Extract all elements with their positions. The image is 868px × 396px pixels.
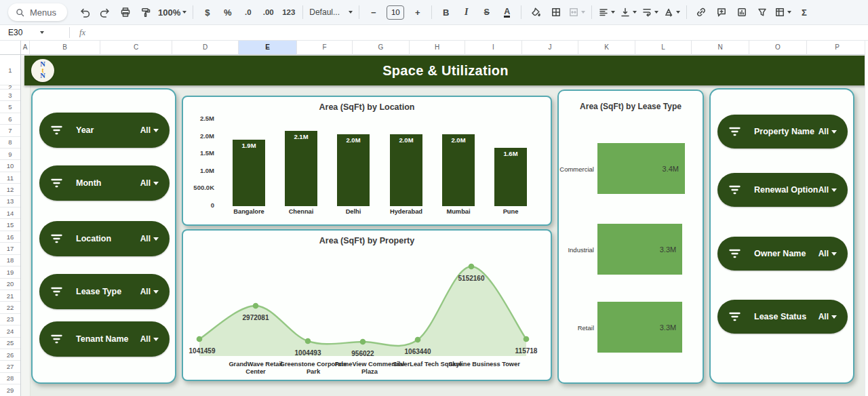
text-rotation-button[interactable] bbox=[661, 3, 682, 21]
vertical-align-button[interactable] bbox=[618, 3, 639, 21]
table-views-button[interactable] bbox=[772, 3, 793, 21]
row-header-8[interactable]: 8 bbox=[0, 137, 20, 148]
row-header-24[interactable]: 24 bbox=[0, 325, 20, 337]
filter-value-dropdown[interactable]: All bbox=[818, 127, 837, 136]
bold-button[interactable]: B bbox=[436, 3, 456, 21]
column-header-F[interactable]: F bbox=[297, 41, 353, 55]
currency-format-button[interactable]: $ bbox=[197, 3, 217, 21]
redo-button[interactable] bbox=[95, 3, 115, 21]
filter-value-dropdown[interactable]: All bbox=[140, 178, 159, 188]
print-button[interactable] bbox=[115, 3, 135, 21]
filter-value-dropdown[interactable]: All bbox=[818, 185, 837, 195]
filter-location[interactable]: LocationAll bbox=[39, 221, 170, 256]
column-header-C[interactable]: C bbox=[100, 41, 172, 55]
row-header-3[interactable]: 3 bbox=[0, 90, 20, 101]
filter-tenant-name[interactable]: Tenant NameAll bbox=[39, 321, 170, 357]
increase-font-size-button[interactable]: + bbox=[408, 3, 427, 21]
text-wrap-button[interactable] bbox=[639, 3, 660, 21]
column-header-A[interactable]: A bbox=[21, 41, 30, 55]
text-color-button[interactable]: A bbox=[497, 3, 517, 21]
row-header-27[interactable]: 27 bbox=[0, 361, 20, 372]
zoom-select[interactable]: 100% bbox=[156, 3, 189, 21]
font-select[interactable]: Defaul... bbox=[307, 3, 355, 21]
borders-button[interactable] bbox=[546, 3, 566, 21]
filter-value-dropdown[interactable]: All bbox=[140, 125, 159, 135]
insert-chart-button[interactable] bbox=[732, 3, 751, 21]
row-header-14[interactable]: 14 bbox=[0, 207, 20, 219]
decrease-font-size-button[interactable]: − bbox=[363, 3, 383, 21]
increase-decimal-button[interactable]: .00 bbox=[258, 3, 278, 21]
column-header-O[interactable]: O bbox=[749, 41, 807, 55]
filter-year[interactable]: YearAll bbox=[39, 113, 170, 148]
insert-link-button[interactable] bbox=[691, 3, 711, 21]
paint-format-button[interactable] bbox=[136, 3, 155, 21]
strikethrough-button[interactable]: S bbox=[477, 3, 496, 21]
column-header-J[interactable]: J bbox=[522, 41, 578, 55]
row-header-19[interactable]: 19 bbox=[0, 266, 20, 278]
filter-owner-name[interactable]: Owner NameAll bbox=[717, 237, 848, 271]
row-header-26[interactable]: 26 bbox=[0, 349, 20, 361]
filter-value-dropdown[interactable]: All bbox=[818, 312, 837, 321]
row-header-29[interactable]: 29 bbox=[0, 384, 20, 396]
number-format-button[interactable]: 123 bbox=[279, 3, 298, 21]
row-header-18[interactable]: 18 bbox=[0, 255, 20, 266]
column-header-E[interactable]: E bbox=[239, 41, 297, 55]
fill-color-button[interactable] bbox=[526, 3, 545, 21]
menus-search[interactable]: Menus bbox=[8, 3, 67, 21]
filter-renewal-option[interactable]: Renewal OptionAll bbox=[717, 173, 848, 207]
column-header-N[interactable]: N bbox=[692, 41, 749, 55]
row-header-12[interactable]: 12 bbox=[0, 184, 20, 195]
column-header-I[interactable]: I bbox=[465, 41, 522, 55]
row-header-28[interactable]: 28 bbox=[0, 373, 20, 384]
column-header-L[interactable]: L bbox=[635, 41, 692, 55]
filter-value-dropdown[interactable]: All bbox=[140, 234, 159, 243]
functions-button[interactable]: Σ bbox=[794, 3, 814, 21]
column-header-D[interactable]: D bbox=[172, 41, 239, 55]
chevron-down-icon bbox=[153, 182, 159, 185]
row-header-1[interactable]: 1 bbox=[0, 55, 20, 85]
create-filter-button[interactable] bbox=[752, 3, 772, 21]
row-header-11[interactable]: 11 bbox=[0, 172, 20, 184]
row-header-15[interactable]: 15 bbox=[0, 219, 20, 231]
name-box[interactable]: E30 bbox=[0, 28, 69, 37]
undo-button[interactable] bbox=[75, 3, 94, 21]
font-size-input[interactable]: 10 bbox=[387, 5, 404, 20]
filter-value-dropdown[interactable]: All bbox=[140, 287, 159, 296]
row-header-7[interactable]: 7 bbox=[0, 125, 20, 136]
row-header-6[interactable]: 6 bbox=[0, 113, 20, 125]
row-header-10[interactable]: 10 bbox=[0, 160, 20, 172]
lease-type-chart-panel[interactable]: Area (SqFt) by Lease Type 3.4MCommercial… bbox=[557, 90, 704, 384]
filter-lease-type[interactable]: Lease TypeAll bbox=[39, 274, 170, 309]
column-header-G[interactable]: G bbox=[353, 41, 410, 55]
row-header-25[interactable]: 25 bbox=[0, 338, 20, 349]
filter-lease-status[interactable]: Lease StatusAll bbox=[717, 300, 848, 334]
merge-cells-button[interactable] bbox=[566, 3, 587, 21]
filter-property-name[interactable]: Property NameAll bbox=[717, 115, 848, 148]
column-header-B[interactable]: B bbox=[30, 41, 100, 55]
row-header-20[interactable]: 20 bbox=[0, 279, 20, 290]
row-header-16[interactable]: 16 bbox=[0, 231, 20, 243]
italic-button[interactable]: I bbox=[456, 3, 476, 21]
row-header-17[interactable]: 17 bbox=[0, 243, 20, 254]
insert-comment-button[interactable] bbox=[711, 3, 731, 21]
column-header-K[interactable]: K bbox=[578, 41, 635, 55]
percent-format-button[interactable]: % bbox=[218, 3, 237, 21]
column-header-H[interactable]: H bbox=[410, 41, 465, 55]
select-all-corner[interactable] bbox=[0, 41, 21, 55]
row-header-5[interactable]: 5 bbox=[0, 101, 20, 113]
property-chart-panel[interactable]: Area (SqFt) by Property 1041459297208110… bbox=[182, 229, 552, 381]
column-header-P[interactable]: P bbox=[807, 41, 868, 55]
vertical-scrollbar[interactable] bbox=[865, 41, 868, 396]
row-header-22[interactable]: 22 bbox=[0, 302, 20, 313]
filter-value-dropdown[interactable]: All bbox=[818, 249, 837, 258]
decrease-decimal-button[interactable]: .0 bbox=[238, 3, 258, 21]
filter-month[interactable]: MonthAll bbox=[39, 165, 170, 201]
location-chart-panel[interactable]: Area (SqFt) by Location 2.5M2.0M1.5M1.0M… bbox=[182, 96, 552, 226]
horizontal-align-button[interactable] bbox=[596, 3, 617, 21]
row-header-23[interactable]: 23 bbox=[0, 314, 20, 325]
row-header-13[interactable]: 13 bbox=[0, 196, 20, 207]
row-header-9[interactable]: 9 bbox=[0, 148, 20, 160]
row-header-21[interactable]: 21 bbox=[0, 290, 20, 302]
fx-icon[interactable]: fx bbox=[79, 28, 85, 38]
filter-value-dropdown[interactable]: All bbox=[140, 334, 159, 344]
